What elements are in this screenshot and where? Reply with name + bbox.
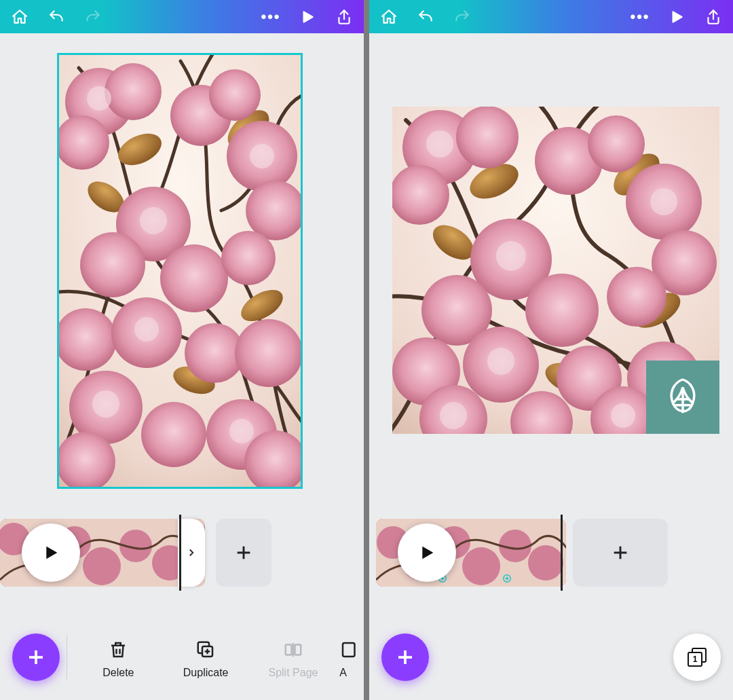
svg-point-59 (525, 274, 599, 347)
svg-rect-41 (286, 645, 292, 655)
watermark-badge[interactable] (646, 361, 719, 434)
svg-point-71 (650, 188, 677, 215)
svg-point-20 (235, 319, 301, 387)
svg-point-7 (105, 63, 162, 120)
canvas-page[interactable] (392, 107, 719, 434)
action-label: A (339, 667, 347, 679)
playhead[interactable] (179, 515, 181, 591)
svg-point-74 (611, 403, 635, 428)
play-icon[interactable] (666, 7, 687, 27)
svg-rect-42 (295, 645, 301, 655)
action-duplicate[interactable]: Duplicate (162, 640, 250, 679)
leaf-icon (659, 373, 707, 421)
svg-point-72 (487, 348, 514, 375)
timeline-add-page[interactable] (216, 519, 271, 587)
action-label: Duplicate (183, 667, 229, 679)
svg-point-16 (221, 231, 276, 285)
fab-add-button[interactable] (12, 633, 60, 681)
svg-point-52 (392, 165, 449, 225)
add-page-icon (339, 640, 360, 660)
divider (67, 635, 67, 680)
svg-point-14 (80, 232, 145, 297)
undo-icon[interactable] (415, 7, 436, 27)
share-icon[interactable] (703, 7, 723, 27)
fab-add-button[interactable] (381, 633, 429, 681)
svg-point-73 (440, 402, 467, 429)
top-app-bar: ••• (0, 0, 364, 33)
more-icon[interactable]: ••• (261, 7, 281, 27)
clip-extend-handle[interactable] (178, 519, 205, 587)
svg-point-27 (140, 207, 167, 234)
canvas-image[interactable] (58, 54, 301, 487)
timeline-play-button[interactable] (398, 523, 456, 582)
svg-point-70 (496, 241, 526, 271)
timeline[interactable] (0, 519, 364, 587)
top-app-bar: ••• (369, 0, 733, 33)
playhead[interactable] (561, 515, 563, 591)
action-split-page: Split Page (250, 640, 337, 679)
svg-point-30 (92, 390, 119, 418)
pane-divider (364, 0, 369, 700)
duplicate-icon (195, 640, 216, 660)
svg-point-69 (426, 130, 453, 158)
svg-point-29 (134, 317, 159, 342)
svg-point-31 (229, 419, 254, 443)
bottom-toolbar: 1 (369, 612, 733, 700)
svg-point-81 (528, 545, 563, 581)
action-truncated[interactable]: A (337, 640, 364, 679)
trash-icon (108, 640, 128, 660)
action-label: Delete (102, 667, 134, 679)
share-icon[interactable] (334, 7, 354, 27)
action-label: Split Page (268, 667, 318, 679)
pages-button[interactable]: 1 (673, 633, 721, 681)
timeline-play-button[interactable] (22, 523, 80, 582)
audio-marker-icon (502, 573, 512, 584)
bottom-toolbar: Delete Duplicate Split Page A (0, 612, 364, 700)
timeline[interactable] (369, 519, 733, 587)
redo-icon (452, 7, 472, 27)
svg-point-26 (87, 86, 111, 111)
home-icon[interactable] (379, 7, 399, 27)
home-icon[interactable] (10, 7, 30, 27)
more-icon[interactable]: ••• (630, 7, 650, 27)
svg-point-60 (607, 267, 666, 327)
svg-point-36 (83, 547, 121, 585)
action-delete[interactable]: Delete (75, 640, 162, 679)
editor-pane-left: ••• (0, 0, 364, 700)
redo-icon (83, 7, 103, 27)
svg-rect-43 (343, 643, 355, 657)
svg-point-22 (141, 402, 206, 467)
page-count-badge: 1 (688, 652, 702, 667)
svg-point-79 (462, 547, 500, 585)
svg-point-15 (160, 244, 228, 312)
play-icon[interactable] (297, 7, 318, 27)
svg-point-51 (456, 107, 519, 168)
split-icon (283, 640, 303, 660)
svg-point-28 (250, 144, 274, 168)
timeline-add-page[interactable] (573, 519, 668, 587)
svg-point-10 (209, 69, 261, 121)
svg-point-54 (588, 115, 645, 172)
undo-icon[interactable] (46, 7, 67, 27)
editor-pane-right: ••• (369, 0, 733, 700)
canvas-page[interactable] (58, 54, 301, 487)
